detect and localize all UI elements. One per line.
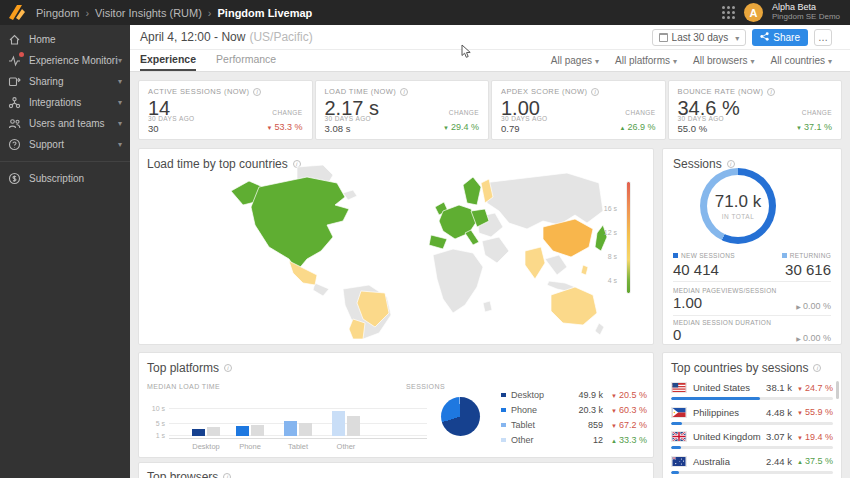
tab-experience[interactable]: Experience [140, 50, 196, 71]
info-icon[interactable] [400, 88, 408, 96]
bar-current[interactable] [284, 421, 297, 436]
hub-icon [8, 96, 21, 109]
panel-top-browsers: Top browsers [138, 462, 654, 478]
change-value: 0.00 % [796, 301, 831, 311]
panel-top-countries: Top countries by sessions United States3… [662, 352, 842, 478]
bar-current[interactable] [236, 426, 249, 436]
arrow-down-icon [611, 408, 617, 414]
kpi-change-value: 26.9 % [620, 116, 656, 134]
change-value: 37.1 % [796, 122, 832, 132]
legend-tick-label: 4 s [599, 277, 617, 284]
legend-change: 20.5 % [603, 390, 647, 400]
filter-all-countries[interactable]: All countries [771, 55, 832, 66]
change-value: 37.5 % [797, 456, 833, 466]
map-country-philippines[interactable] [581, 265, 588, 275]
panel-scrollbar[interactable] [836, 381, 839, 399]
map-country-australia[interactable] [551, 287, 597, 325]
kpi-ago: 30 DAYS AGO0.79 [501, 115, 548, 134]
sidebar-divider [0, 161, 130, 162]
sidebar-item-experience-monitoring[interactable]: Experience Monitoring [0, 50, 130, 71]
legend-value: 859 [588, 420, 603, 430]
bar-current[interactable] [332, 411, 345, 436]
map-country-argentina[interactable] [349, 319, 365, 339]
country-row-australia[interactable]: Australia2.44 k37.5 % [671, 456, 833, 474]
new-sessions-value: 40 414 [673, 261, 719, 278]
kpi-comparison: 30 DAYS AGO30CHANGE53.3 % [148, 109, 303, 134]
panel-title: Top browsers [147, 470, 218, 478]
map-country-iberia[interactable] [429, 235, 447, 249]
bar-previous[interactable] [347, 416, 360, 436]
sidebar-item-label: Support [29, 139, 118, 150]
kpi-change-label: CHANGE [796, 109, 832, 116]
legend-name: Phone [511, 405, 537, 415]
pulse-icon [8, 54, 21, 67]
sidebar-item-label: Integrations [29, 97, 118, 108]
sidebar-item-integrations[interactable]: Integrations [0, 92, 130, 113]
flag-us-icon [671, 382, 687, 393]
country-name: Philippines [693, 407, 739, 418]
kpi-label: LOAD TIME (NOW) [325, 87, 480, 96]
kpi-change-value: 53.3 % [267, 116, 303, 134]
legend-name: Tablet [511, 420, 535, 430]
date-range-picker-button[interactable]: Last 30 days [652, 29, 747, 46]
sidebar-item-support[interactable]: Support [0, 134, 130, 155]
legend-value: 20.3 k [578, 405, 603, 415]
info-icon[interactable] [253, 88, 261, 96]
chevron-down-icon [670, 55, 677, 66]
legend-dot-icon [501, 408, 506, 412]
filter-all-pages[interactable]: All pages [551, 55, 599, 66]
info-icon[interactable] [224, 364, 232, 372]
breadcrumb-item[interactable]: Visitor Insights (RUM) [95, 7, 217, 19]
country-row-united-states[interactable]: United States38.1 k24.7 % [671, 382, 833, 400]
map-country-mexico[interactable] [289, 261, 317, 285]
change-value: 60.3 % [611, 405, 647, 415]
share-button[interactable]: Share [752, 29, 808, 46]
user-org: Pingdom SE Demo [772, 13, 840, 22]
map-region-new-zealand [595, 323, 604, 335]
breadcrumb-item[interactable]: Pingdom [36, 7, 95, 19]
info-icon[interactable] [767, 88, 775, 96]
bar-previous[interactable] [299, 423, 312, 436]
info-icon[interactable] [813, 364, 821, 372]
panel-load-time-by-country: Load time by top countries [138, 148, 654, 345]
returning-value: 30 616 [785, 261, 831, 278]
arrow-flat-icon [796, 304, 801, 310]
sidebar-item-users-and-teams[interactable]: Users and teams [0, 113, 130, 134]
more-options-button[interactable] [814, 29, 832, 46]
country-row-content: United Kingdom3.07 k19.4 % [671, 431, 833, 442]
country-change: 37.5 % [797, 456, 833, 466]
legend-value: 49.9 k [578, 390, 603, 400]
kpi-change: CHANGE29.4 % [443, 109, 479, 134]
sidebar-item-subscription[interactable]: Subscription [0, 168, 130, 189]
map-region-central-america [313, 283, 329, 296]
country-progress-fill [671, 422, 682, 425]
top-bar: Pingdom Visitor Insights (RUM) Pingdom L… [0, 0, 850, 25]
platforms-pie-chart [441, 397, 480, 436]
map-country-scandinavia[interactable] [463, 177, 481, 205]
country-row-philippines[interactable]: Philippines4.48 k55.9 % [671, 407, 833, 425]
info-icon[interactable] [591, 88, 599, 96]
avatar[interactable]: A [744, 3, 763, 22]
filter-all-browsers[interactable]: All browsers [693, 55, 754, 66]
filter-all-platforms[interactable]: All platforms [615, 55, 677, 66]
country-progress-bar [671, 422, 833, 425]
info-icon[interactable] [727, 160, 735, 168]
country-row-united-kingdom[interactable]: United Kingdom3.07 k19.4 % [671, 431, 833, 449]
panel-sessions: Sessions 71.0 k IN TOTAL NEW SESSIONS RE… [662, 148, 842, 345]
country-progress-bar [671, 471, 833, 474]
info-icon[interactable] [223, 473, 231, 478]
sidebar-item-sharing[interactable]: Sharing [0, 71, 130, 92]
bar-previous[interactable] [251, 425, 264, 436]
app-switcher-icon[interactable] [722, 6, 735, 19]
sidebar-item-home[interactable]: Home [0, 29, 130, 50]
legend-change: 67.2 % [603, 420, 647, 430]
map-country-north-america[interactable] [251, 177, 349, 271]
map-country-china[interactable] [543, 219, 593, 257]
bar-current[interactable] [192, 429, 205, 437]
bar-previous[interactable] [207, 427, 220, 436]
map-country-india[interactable] [525, 247, 545, 279]
map-country-italy[interactable] [465, 230, 479, 245]
user-menu[interactable]: Alpha Beta Pingdom SE Demo [772, 3, 840, 22]
tab-performance[interactable]: Performance [216, 50, 276, 71]
kpi-change-value: 29.4 % [443, 116, 479, 134]
